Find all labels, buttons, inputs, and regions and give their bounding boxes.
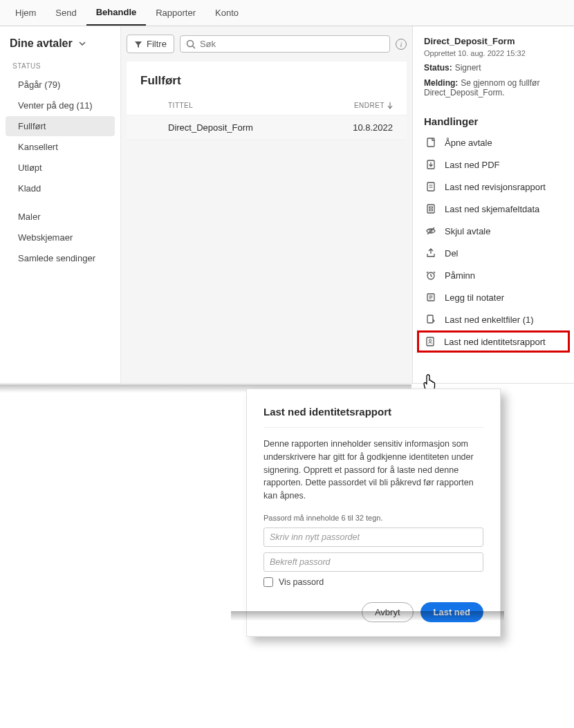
th-edited[interactable]: ENDRET bbox=[344, 102, 393, 109]
svg-line-1 bbox=[192, 46, 195, 48]
action-add-notes[interactable]: Legg til notater bbox=[424, 286, 563, 308]
form-data-icon bbox=[425, 203, 436, 214]
search-icon bbox=[186, 39, 196, 49]
agreement-created: Opprettet 10. aug. 2022 15:32 bbox=[424, 49, 563, 57]
download-identity-dialog: Last ned identitetsrapport Denne rapport… bbox=[246, 389, 501, 637]
new-password-input[interactable] bbox=[263, 528, 483, 547]
center-column: Filtre i Fullført TITTEL ENDRET Direct_D… bbox=[121, 26, 412, 383]
row-date: 10.8.2022 bbox=[344, 122, 393, 133]
nav-send[interactable]: Send bbox=[46, 0, 86, 26]
main-area: Dine avtaler STATUS Pågår (79) Venter på… bbox=[0, 26, 574, 384]
svg-rect-4 bbox=[427, 183, 434, 191]
sidebar-item-in-progress[interactable]: Pågår (79) bbox=[6, 75, 115, 95]
show-password-label: Vis passord bbox=[279, 577, 324, 587]
dialog-body: Denne rapporten inneholder sensitiv info… bbox=[263, 438, 483, 503]
status-section-label: STATUS bbox=[0, 58, 120, 74]
download-files-icon bbox=[425, 314, 436, 325]
table-row[interactable]: Direct_Deposit_Form 10.8.2022 bbox=[127, 115, 407, 140]
cancel-button[interactable]: Avbryt bbox=[362, 602, 414, 622]
action-download-audit[interactable]: Last ned revisjonsrapport bbox=[424, 176, 563, 198]
sidebar-title-row[interactable]: Dine avtaler bbox=[0, 30, 120, 58]
action-hide-agreement[interactable]: Skjul avtale bbox=[424, 220, 563, 242]
action-download-formdata[interactable]: Last ned skjemafeltdata bbox=[424, 198, 563, 220]
dialog-buttons: Avbryt Last ned bbox=[263, 602, 483, 622]
agreement-title: Direct_Deposit_Form bbox=[424, 36, 563, 46]
card-title: Fullført bbox=[127, 62, 407, 96]
open-icon bbox=[425, 137, 436, 148]
sidebar-item-completed[interactable]: Fullført bbox=[6, 116, 115, 136]
action-download-individual[interactable]: Last ned enkeltfiler (1) bbox=[424, 308, 563, 330]
svg-point-0 bbox=[187, 40, 193, 46]
agreement-message: Melding:Se gjennom og fullfør Direct_Dep… bbox=[424, 78, 563, 97]
dialog-hint: Passord må inneholde 6 til 32 tegn. bbox=[263, 514, 483, 522]
filter-label: Filtre bbox=[147, 39, 167, 49]
svg-rect-17 bbox=[427, 315, 433, 323]
sidebar-item-bulk[interactable]: Samlede sendinger bbox=[6, 248, 115, 268]
actions-heading: Handlinger bbox=[424, 115, 563, 127]
hide-icon bbox=[425, 225, 436, 236]
reminder-icon bbox=[425, 270, 436, 281]
notes-icon bbox=[425, 292, 436, 303]
search-input[interactable] bbox=[200, 39, 384, 49]
filter-button[interactable]: Filtre bbox=[127, 35, 174, 53]
show-password-row[interactable]: Vis passord bbox=[263, 577, 483, 587]
download-pdf-icon bbox=[425, 159, 436, 170]
confirm-password-input[interactable] bbox=[263, 552, 483, 572]
show-password-checkbox[interactable] bbox=[263, 577, 273, 587]
agreement-status: Status:Signert bbox=[424, 63, 563, 73]
sidebar-item-draft[interactable]: Kladd bbox=[6, 178, 115, 198]
download-button[interactable]: Last ned bbox=[420, 602, 483, 622]
sidebar-item-waiting[interactable]: Venter på deg (11) bbox=[6, 95, 115, 115]
top-nav: Hjem Send Behandle Rapporter Konto bbox=[0, 0, 574, 26]
info-icon[interactable]: i bbox=[396, 39, 407, 50]
dialog-title: Last ned identitetsrapport bbox=[263, 406, 483, 428]
sidebar-item-cancelled[interactable]: Kansellert bbox=[6, 137, 115, 157]
svg-rect-9 bbox=[429, 209, 433, 211]
sidebar: Dine avtaler STATUS Pågår (79) Venter på… bbox=[0, 26, 121, 383]
svg-rect-7 bbox=[427, 205, 434, 213]
action-download-pdf[interactable]: Last ned PDF bbox=[424, 153, 563, 176]
nav-reports[interactable]: Rapporter bbox=[146, 0, 205, 26]
sidebar-title: Dine avtaler bbox=[10, 37, 73, 50]
action-share[interactable]: Del bbox=[424, 242, 563, 264]
svg-point-19 bbox=[429, 339, 431, 342]
svg-rect-8 bbox=[429, 207, 433, 208]
search-field-wrap[interactable] bbox=[180, 35, 390, 53]
filter-icon bbox=[134, 40, 142, 48]
details-panel: Direct_Deposit_Form Opprettet 10. aug. 2… bbox=[412, 26, 574, 383]
row-title: Direct_Deposit_Form bbox=[168, 122, 344, 133]
chevron-down-icon bbox=[78, 39, 86, 48]
nav-manage[interactable]: Behandle bbox=[86, 0, 147, 26]
table-header: TITTEL ENDRET bbox=[127, 96, 407, 115]
sort-down-icon bbox=[387, 102, 393, 109]
agreements-card: Fullført TITTEL ENDRET Direct_Deposit_Fo… bbox=[127, 62, 407, 140]
share-icon bbox=[425, 248, 436, 259]
audit-report-icon bbox=[425, 181, 436, 192]
nav-account[interactable]: Konto bbox=[205, 0, 248, 26]
action-remind[interactable]: Påminn bbox=[424, 264, 563, 286]
action-open-agreement[interactable]: Åpne avtale bbox=[424, 131, 563, 153]
th-title[interactable]: TITTEL bbox=[168, 102, 344, 109]
sidebar-item-webforms[interactable]: Webskjemaer bbox=[6, 227, 115, 248]
sidebar-item-expired[interactable]: Utløpt bbox=[6, 158, 115, 178]
action-download-identity-report[interactable]: Last ned identitetsrapport bbox=[417, 330, 570, 353]
toolbar: Filtre i bbox=[127, 35, 407, 53]
nav-home[interactable]: Hjem bbox=[6, 0, 46, 26]
identity-report-icon bbox=[425, 336, 436, 347]
svg-rect-2 bbox=[427, 138, 434, 147]
sidebar-item-templates[interactable]: Maler bbox=[6, 207, 115, 227]
